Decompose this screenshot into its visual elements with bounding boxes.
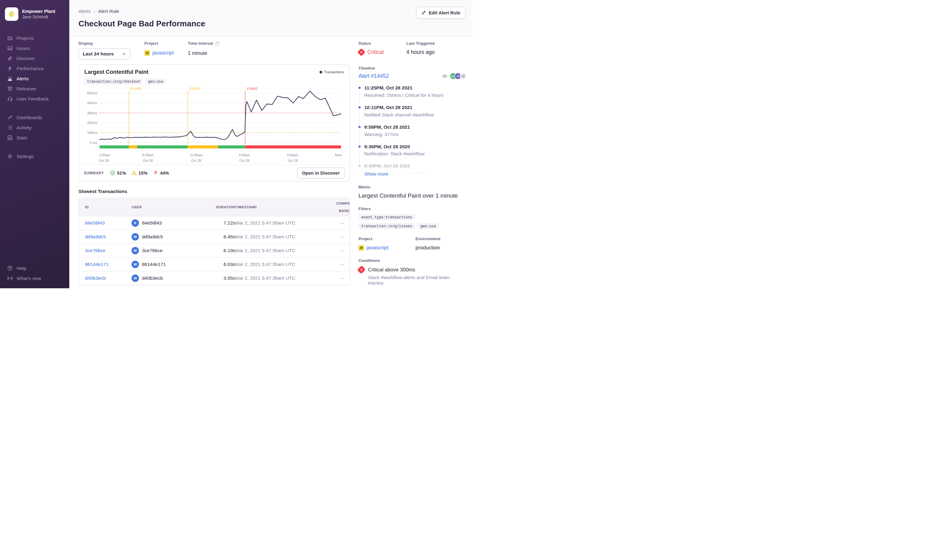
- fire-icon: [153, 170, 158, 175]
- javascript-platform-icon: JS: [358, 245, 364, 251]
- chart-legend[interactable]: Transactions: [320, 70, 344, 74]
- stats-icon: [7, 135, 12, 140]
- project-detail-link[interactable]: javascript: [366, 245, 389, 251]
- sidebar-item-user-feedback[interactable]: User Feedback: [0, 94, 69, 104]
- show-more-link[interactable]: Show more: [364, 171, 388, 177]
- sidebar-item-activity[interactable]: Activity: [0, 123, 69, 133]
- sidebar-item-dashboards[interactable]: Dashboards: [0, 112, 69, 123]
- user-name: 3ce76bce: [142, 248, 162, 253]
- timeline-entry-desc: Notified Slack channel #workflow: [364, 112, 466, 118]
- table-row[interactable]: 84e58f43R84e58f437.22sMar 2, 2021 5:47:3…: [79, 216, 350, 230]
- sidebar-item-performance[interactable]: Performance: [0, 63, 69, 74]
- svg-text:0 ms: 0 ms: [90, 141, 97, 145]
- timeline-entry-time: 9:58PM, Oct 28 2021: [364, 124, 466, 131]
- chart-summary-row: SUMMARY 51%15%44% Open in Discover: [79, 165, 350, 181]
- user-feedback-icon: [7, 96, 12, 102]
- org-name: Empower Plant: [22, 9, 55, 14]
- timeline-entry: 10:11PM, Oct 28 2021Notified Slack chann…: [358, 105, 466, 118]
- column-header-duration: DURATION: [205, 205, 235, 209]
- settings-icon: [7, 154, 12, 159]
- sidebar-item-issues[interactable]: Issues: [0, 43, 69, 53]
- transaction-id-link[interactable]: 86144e171: [85, 262, 131, 267]
- duration-value: 6.03s: [205, 262, 235, 267]
- main-area: Alerts › Alert Rule Checkout Page Bad Pe…: [69, 0, 472, 288]
- user-avatar: W: [131, 247, 139, 254]
- timeline-entry-time: 9:36PM, Oct 28 2020: [364, 163, 466, 169]
- critical-flame-icon: [357, 266, 366, 274]
- baseline-value: –: [337, 220, 343, 226]
- filters-block: Filters event.type:transactionstransacti…: [358, 206, 466, 229]
- critical-flame-icon: [357, 48, 366, 56]
- summary-stat: 51%: [110, 170, 126, 175]
- timeline-entry-time: 11:25PM, Oct 28 2021: [364, 85, 466, 91]
- dashboards-icon: [7, 115, 12, 120]
- left-column: Display Last 24 hours Project JS javascr…: [79, 41, 350, 288]
- help-tooltip-icon[interactable]: ?: [215, 42, 219, 46]
- eye-icon: [442, 73, 448, 79]
- timeline-entry: 9:58PM, Oct 28 2021Warning: 377ms: [358, 124, 466, 138]
- sidebar-item-what-s-new[interactable]: What's new: [0, 273, 69, 283]
- chart-title: Largest Contentful Paint: [84, 69, 166, 75]
- sidebar-footer: HelpWhat's new: [0, 263, 69, 283]
- chart-tag: transaction:/org/checkout: [84, 78, 143, 85]
- table-row[interactable]: 86144e171W86144e1716.03sMar 2, 2021 5:47…: [79, 258, 350, 271]
- transaction-id-link[interactable]: dd9a9dc5: [85, 234, 131, 240]
- project-javascript-link[interactable]: javascript: [153, 50, 174, 56]
- org-switcher[interactable]: Empower Plant Jane Schmidt: [0, 6, 69, 23]
- timestamp-value: Mar 2, 2021 5:47:35am UTC: [235, 248, 337, 253]
- filter-chips: event.type:transactionstransaction:/org/…: [358, 214, 466, 229]
- performance-icon: [7, 66, 12, 71]
- transaction-id-link[interactable]: 3ce76bce: [85, 248, 131, 253]
- timeline-dot-icon: [358, 126, 361, 128]
- sidebar-item-label: Releases: [17, 86, 37, 92]
- timeline-dot-icon: [358, 87, 361, 89]
- timestamp-value: Mar 2, 2021 5:47:35am UTC: [235, 234, 337, 240]
- sidebar-item-label: Alerts: [17, 76, 29, 82]
- duration-value: 3.55s: [205, 275, 235, 281]
- breadcrumb: Alerts › Alert Rule: [79, 9, 465, 14]
- sidebar-item-alerts[interactable]: Alerts: [0, 74, 69, 84]
- timeline-dot-icon: [358, 106, 361, 108]
- sidebar-item-help[interactable]: Help: [0, 263, 69, 273]
- table-row[interactable]: d40b3ecbWd40b3ecb3.55sMar 2, 2021 5:47:3…: [79, 271, 350, 285]
- timeline-label: Timeline: [358, 66, 466, 71]
- sidebar-item-settings[interactable]: Settings: [0, 151, 69, 162]
- baseline-value: –: [337, 262, 343, 267]
- user-name: dd9a9dc5: [142, 234, 163, 240]
- user-avatar: R: [131, 219, 139, 227]
- transaction-id-link[interactable]: d40b3ecb: [85, 275, 131, 281]
- breadcrumb-alerts-link[interactable]: Alerts: [79, 9, 91, 14]
- svg-text:Oct 28: Oct 28: [99, 159, 109, 162]
- sidebar-item-releases[interactable]: Releases: [0, 84, 69, 94]
- alert-number-link[interactable]: Alert #14452: [358, 73, 389, 79]
- user-name: d40b3ecb: [142, 275, 163, 281]
- sidebar-item-stats[interactable]: Stats: [0, 133, 69, 143]
- timeline-entry-desc: Notification: Slack #workflow: [364, 151, 466, 157]
- table-row[interactable]: dd9a9dc5Wdd9a9dc56.45sMar 2, 2021 5:47:3…: [79, 230, 350, 244]
- sidebar-item-projects[interactable]: Projects: [0, 33, 69, 43]
- filter-chip: transaction:/org/issues: [358, 223, 415, 229]
- svg-text:11:00am: 11:00am: [190, 153, 203, 157]
- user-avatar: W: [131, 274, 139, 282]
- lcp-chart[interactable]: 0 ms100ms200ms300ms400ms500ms#14450#1445…: [84, 86, 344, 163]
- open-in-discover-button[interactable]: Open in Discover: [297, 168, 345, 178]
- summary-stat: 44%: [153, 170, 169, 175]
- column-header-timestamp: TIMESTAMP: [235, 205, 337, 209]
- chart-tag: geo:usa: [145, 78, 165, 85]
- sidebar-item-label: Performance: [17, 66, 44, 71]
- transactions-legend-dot: [320, 71, 322, 74]
- baseline-value: –: [337, 248, 343, 253]
- edit-alert-rule-button[interactable]: Edit Alert Rule: [416, 7, 465, 19]
- releases-icon: [7, 86, 12, 91]
- svg-text:200ms: 200ms: [87, 121, 97, 125]
- svg-text:Oct 28: Oct 28: [191, 159, 201, 162]
- sidebar-item-discover[interactable]: Discover: [0, 53, 69, 63]
- table-row[interactable]: 3ce76bceW3ce76bce6.10sMar 2, 2021 5:47:3…: [79, 244, 350, 258]
- timeline-dot-icon: [358, 146, 361, 148]
- display-range-dropdown[interactable]: Last 24 hours: [79, 48, 130, 59]
- column-header-id: ID: [85, 205, 131, 209]
- metric-value: Largest Contentful Paint over 1 minute: [358, 192, 466, 199]
- transaction-id-link[interactable]: 84e58f43: [85, 220, 131, 226]
- display-range-value: Last 24 hours: [83, 51, 114, 57]
- timeline-entry-time: 9:36PM, Oct 28 2020: [364, 144, 466, 150]
